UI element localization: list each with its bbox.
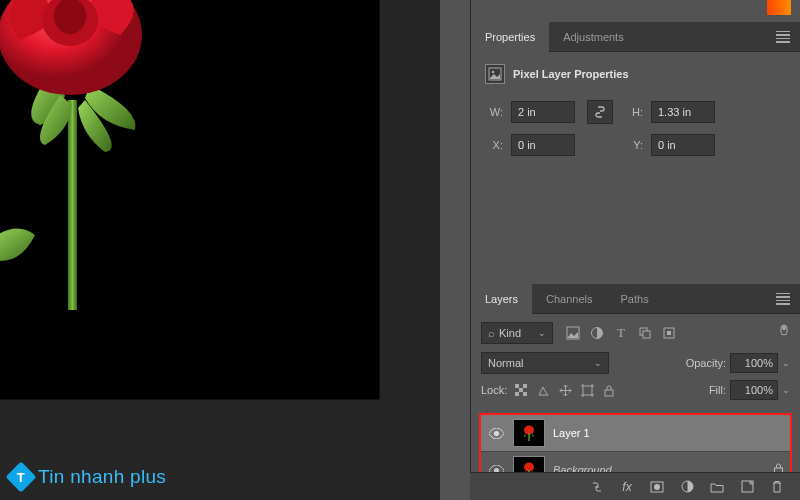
properties-title: Pixel Layer Properties (513, 68, 629, 80)
chevron-down-icon: ⌄ (538, 328, 546, 338)
x-label: X: (485, 139, 503, 151)
lock-pixels-icon[interactable] (535, 382, 551, 398)
svg-rect-20 (583, 386, 592, 395)
opacity-input[interactable] (730, 353, 778, 373)
x-input[interactable] (511, 134, 575, 156)
fx-icon[interactable]: fx (618, 478, 636, 496)
svg-rect-24 (528, 433, 529, 441)
svg-rect-15 (515, 384, 519, 388)
lock-transparent-icon[interactable] (513, 382, 529, 398)
width-input[interactable] (511, 101, 575, 123)
search-icon: ⌕ (488, 327, 495, 339)
layer-row[interactable]: Layer 1 (481, 415, 790, 452)
tab-channels[interactable]: Channels (532, 284, 606, 314)
y-input[interactable] (651, 134, 715, 156)
color-swatch[interactable] (767, 0, 791, 15)
adjustment-layer-icon[interactable] (678, 478, 696, 496)
watermark-text: Tin nhanh plus (38, 466, 166, 488)
tab-paths[interactable]: Paths (607, 284, 663, 314)
layers-menu-icon[interactable] (776, 293, 790, 305)
layers-footer: fx (470, 472, 800, 500)
filter-pixel-icon[interactable] (565, 325, 581, 341)
layer-name[interactable]: Layer 1 (553, 427, 784, 439)
kind-filter-select[interactable]: ⌕ Kind ⌄ (481, 322, 553, 344)
tab-properties[interactable]: Properties (471, 22, 549, 52)
tab-adjustments[interactable]: Adjustments (549, 22, 638, 52)
lock-artboard-icon[interactable] (579, 382, 595, 398)
svg-rect-21 (605, 390, 613, 396)
layers-tabs: Layers Channels Paths (471, 284, 800, 314)
svg-rect-0 (68, 100, 77, 310)
layer-thumbnail[interactable] (513, 419, 545, 447)
link-dimensions-button[interactable] (587, 100, 613, 124)
chevron-down-icon[interactable]: ⌄ (782, 385, 790, 395)
watermark: T Tin nhanh plus (10, 466, 166, 488)
new-layer-icon[interactable] (738, 478, 756, 496)
filter-type-icon[interactable]: T (613, 325, 629, 341)
blend-mode-select[interactable]: Normal ⌄ (481, 352, 609, 374)
artboard[interactable] (0, 0, 380, 400)
svg-rect-11 (667, 331, 671, 335)
svg-point-5 (492, 71, 495, 74)
visibility-toggle-icon[interactable] (487, 428, 505, 439)
chevron-down-icon: ⌄ (594, 358, 602, 368)
y-label: Y: (625, 139, 643, 151)
lock-all-icon[interactable] (601, 382, 617, 398)
filter-smart-icon[interactable] (661, 325, 677, 341)
filter-shape-icon[interactable] (637, 325, 653, 341)
properties-tabs: Properties Adjustments (471, 22, 800, 52)
svg-rect-19 (523, 392, 527, 396)
height-label: H: (625, 106, 643, 118)
layers-controls: ⌕ Kind ⌄ T Normal ⌄ Opacity: ⌄ (471, 314, 800, 408)
svg-rect-16 (523, 384, 527, 388)
panel-menu-icon[interactable] (776, 31, 790, 43)
canvas-area: T Tin nhanh plus (0, 0, 440, 500)
svg-point-22 (494, 431, 499, 436)
properties-body: Pixel Layer Properties W: H: X: Y: (471, 52, 800, 284)
svg-point-13 (782, 326, 786, 330)
filter-toggle-icon[interactable] (778, 324, 790, 342)
lock-label: Lock: (481, 384, 507, 396)
chevron-down-icon[interactable]: ⌄ (782, 358, 790, 368)
mask-icon[interactable] (648, 478, 666, 496)
right-panel: Properties Adjustments Pixel Layer Prope… (470, 0, 800, 500)
svg-rect-18 (515, 392, 519, 396)
watermark-logo: T (5, 461, 36, 492)
pixel-layer-icon (485, 64, 505, 84)
svg-point-30 (654, 484, 660, 490)
link-layers-icon[interactable] (588, 478, 606, 496)
fill-input[interactable] (730, 380, 778, 400)
width-label: W: (485, 106, 503, 118)
opacity-label: Opacity: (686, 357, 726, 369)
svg-rect-17 (519, 388, 523, 392)
svg-rect-9 (643, 331, 650, 338)
group-icon[interactable] (708, 478, 726, 496)
tab-layers[interactable]: Layers (471, 284, 532, 314)
rose-image (0, 0, 190, 310)
fill-label: Fill: (709, 384, 726, 396)
height-input[interactable] (651, 101, 715, 123)
trash-icon[interactable] (768, 478, 786, 496)
lock-position-icon[interactable] (557, 382, 573, 398)
filter-adjustment-icon[interactable] (589, 325, 605, 341)
